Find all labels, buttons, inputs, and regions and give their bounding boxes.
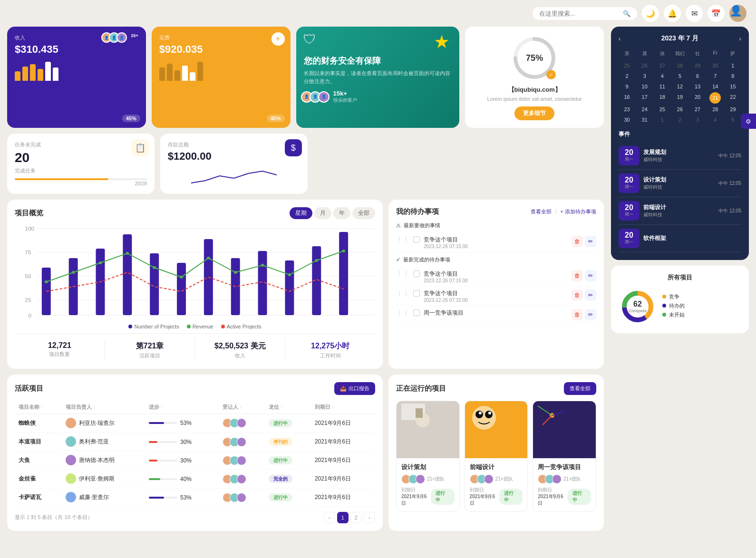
todo-add-button[interactable]: + 添加待办事项 — [561, 208, 596, 215]
cal-day-cell[interactable]: 26 — [671, 105, 688, 114]
col-manager[interactable]: 项目负责人 ↕ — [62, 401, 145, 414]
cal-day-cell[interactable]: 25 — [619, 61, 635, 70]
cal-day-cell[interactable]: 24 — [636, 105, 653, 114]
todo-delete-3[interactable]: 🗑 — [572, 289, 583, 301]
todo-edit-4[interactable]: ✏ — [585, 309, 596, 320]
mail-button[interactable]: ✉ — [686, 5, 703, 22]
rp-view-all-button[interactable]: 查看全部 — [564, 382, 596, 395]
cal-day-cell[interactable]: 23 — [619, 105, 635, 114]
event-date-num: 20 — [622, 231, 636, 239]
todo-checkbox-2[interactable] — [413, 270, 420, 277]
cal-day-cell[interactable]: 26 — [636, 61, 653, 70]
svg-text:50: 50 — [25, 274, 31, 279]
cal-day-cell[interactable]: 1 — [654, 115, 670, 125]
tab-week[interactable]: 星期 — [290, 207, 312, 219]
cell-assignees — [219, 414, 265, 433]
todo-edit-1[interactable]: ✏ — [585, 236, 596, 247]
col-due[interactable]: 到期日 ↕ — [311, 401, 375, 414]
cal-day-cell[interactable]: 28 — [671, 61, 688, 70]
legend-pending: 待办的 — [662, 302, 741, 309]
cell-progress: 53% — [145, 414, 219, 433]
cal-day-cell[interactable]: 27 — [689, 105, 706, 114]
notification-button[interactable]: 🔔 — [664, 5, 681, 22]
cal-day-cell[interactable]: 8 — [725, 71, 741, 81]
todo-checkbox-1[interactable] — [413, 236, 420, 243]
cal-day-cell[interactable]: 21 — [709, 92, 721, 104]
cal-day-cell[interactable]: 3 — [636, 71, 653, 81]
cal-day-cell[interactable]: 19 — [671, 92, 688, 104]
page-2-button[interactable]: 2 — [350, 512, 362, 523]
cal-day-cell[interactable]: 4 — [707, 115, 724, 125]
cal-day-cell[interactable]: 2 — [671, 115, 688, 125]
svg-rect-15 — [123, 234, 132, 315]
cal-prev-button[interactable]: ‹ — [619, 35, 621, 42]
col-position[interactable]: 龙位 ↕ — [265, 401, 311, 414]
drag-handle-4[interactable]: ⋮⋮ — [396, 309, 409, 317]
cal-day-cell[interactable]: 16 — [619, 92, 635, 104]
page-1-button[interactable]: 1 — [337, 512, 349, 523]
todo-delete-1[interactable]: 🗑 — [572, 236, 583, 247]
cal-day-cell[interactable]: 2 — [619, 71, 635, 81]
export-button[interactable]: 📤 出口报告 — [334, 382, 375, 395]
cal-day-cell[interactable]: 13 — [689, 82, 706, 91]
cell-name: 金丝雀 — [15, 470, 62, 488]
more-details-button[interactable]: 更多细节 — [514, 106, 554, 120]
cal-day-cell[interactable]: 10 — [636, 82, 653, 91]
cal-day-cell[interactable]: 11 — [654, 82, 670, 91]
prev-page-button[interactable]: ‹ — [324, 512, 335, 523]
moon-button[interactable]: 🌙 — [642, 5, 659, 22]
status-badge: 进行中 — [269, 493, 292, 501]
svg-point-33 — [288, 273, 291, 276]
cal-day-cell[interactable]: 5 — [725, 115, 741, 125]
col-assignee[interactable]: 受让人 ↕ — [219, 401, 265, 414]
pa-3: 👤 — [318, 91, 330, 103]
cal-day-cell[interactable]: 28 — [707, 105, 724, 114]
tab-month[interactable]: 月 — [314, 207, 331, 219]
calendar-settings-button[interactable]: ⚙ — [741, 114, 756, 129]
cal-day-cell[interactable]: 30 — [619, 115, 635, 125]
cal-day-cell[interactable]: 31 — [636, 115, 653, 125]
add-expense-button[interactable]: + — [271, 32, 285, 46]
todo-view-all[interactable]: 查看全部 — [531, 208, 552, 215]
next-page-button[interactable]: › — [364, 512, 375, 523]
user-avatar[interactable]: 👤 — [729, 5, 746, 22]
cal-day-cell[interactable]: 27 — [654, 61, 670, 70]
todo-edit-3[interactable]: ✏ — [585, 289, 596, 301]
cal-day-cell[interactable]: 12 — [671, 82, 688, 91]
col-progress[interactable]: 进步 ↕ — [145, 401, 219, 414]
cal-next-button[interactable]: › — [739, 35, 741, 42]
calendar-button[interactable]: 📅 — [708, 5, 725, 22]
cal-day-cell[interactable]: 20 — [689, 92, 706, 104]
cal-day-cell[interactable]: 14 — [707, 82, 724, 91]
cal-day-cell[interactable]: 22 — [725, 92, 741, 104]
event-date-day: 周一 — [622, 239, 636, 245]
cal-day-cell[interactable]: 5 — [671, 71, 688, 81]
cal-day-cell[interactable]: 4 — [654, 71, 670, 81]
cal-day-cell[interactable]: 1 — [725, 61, 741, 70]
search-box[interactable]: 🔍 — [533, 7, 637, 20]
cal-day-cell[interactable]: 18 — [654, 92, 670, 104]
drag-handle-3[interactable]: ⋮⋮ — [396, 289, 409, 297]
todo-checkbox-3[interactable] — [413, 290, 420, 297]
todo-edit-2[interactable]: ✏ — [585, 270, 596, 281]
todo-delete-2[interactable]: 🗑 — [572, 270, 583, 281]
cal-day-cell[interactable]: 29 — [689, 61, 706, 70]
cal-day-cell[interactable]: 25 — [654, 105, 670, 114]
tab-year[interactable]: 年 — [333, 207, 350, 219]
cal-day-cell[interactable]: 17 — [636, 92, 653, 104]
cal-day-cell[interactable]: 9 — [619, 82, 635, 91]
status-badge: 进行中 — [269, 456, 292, 464]
cal-day-cell[interactable]: 6 — [689, 71, 706, 81]
drag-handle-1[interactable]: ⋮⋮ — [396, 236, 409, 243]
cal-day-cell[interactable]: 15 — [725, 82, 741, 91]
todo-delete-4[interactable]: 🗑 — [572, 309, 583, 320]
drag-handle-2[interactable]: ⋮⋮ — [396, 270, 409, 278]
todo-checkbox-4[interactable] — [413, 309, 420, 316]
tab-all[interactable]: 全部 — [352, 207, 375, 219]
cal-day-cell[interactable]: 7 — [707, 71, 724, 81]
cal-day-cell[interactable]: 29 — [725, 105, 741, 114]
search-input[interactable] — [539, 10, 619, 17]
cal-day-cell[interactable]: 30 — [707, 61, 724, 70]
cal-day-cell[interactable]: 3 — [689, 115, 706, 125]
col-name[interactable]: 项目名称 ↕ — [15, 401, 62, 414]
